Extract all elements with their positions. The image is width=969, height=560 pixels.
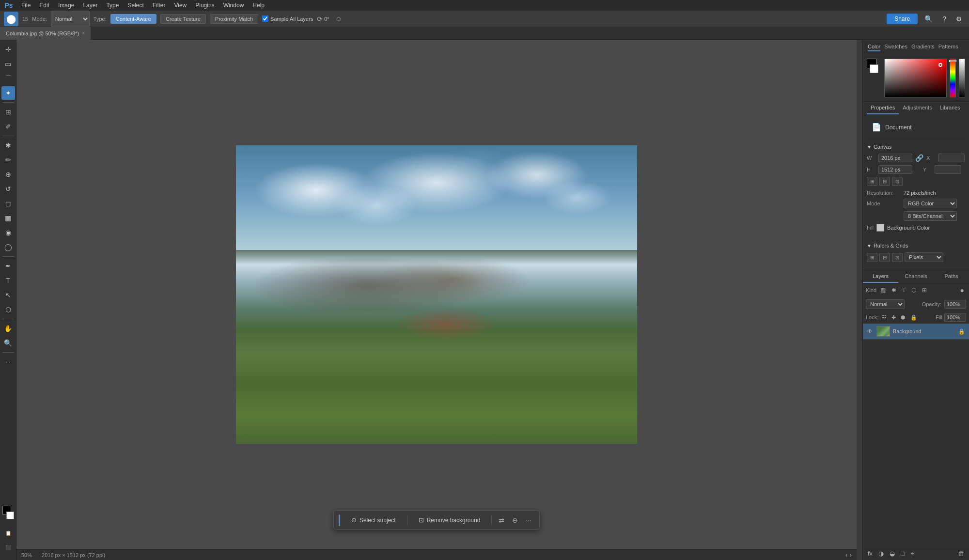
pen-tool[interactable]: ✒ — [1, 259, 15, 273]
properties-tab[interactable]: Properties — [867, 102, 899, 114]
type-create-texture-button[interactable]: Create Texture — [160, 14, 206, 24]
move-tool[interactable]: ✛ — [1, 43, 15, 56]
canvas-icon-2[interactable]: ⊟ — [879, 177, 890, 186]
canvas-icon-1[interactable]: ⊞ — [867, 177, 877, 186]
artboard-panel-icon[interactable]: ⬛ — [1, 541, 15, 554]
new-layer-button[interactable]: + — [908, 549, 916, 558]
canvas-container[interactable]: ⊙ Select subject ⊡ Remove background ⇄ ⊖… — [16, 40, 857, 549]
color-tab[interactable]: Color — [868, 43, 880, 51]
remove-background-button[interactable]: ⊡ Remove background — [411, 513, 488, 527]
y-input[interactable] — [935, 165, 961, 174]
ruler-icon-3[interactable]: ⊡ — [892, 253, 903, 262]
adjustments-tab[interactable]: Adjustments — [899, 102, 936, 114]
menu-edit[interactable]: Edit — [35, 1, 53, 10]
channels-tab[interactable]: Channels — [898, 270, 934, 283]
layers-tab[interactable]: Layers — [863, 270, 898, 283]
help-button[interactable]: ? — [939, 14, 949, 24]
layer-visibility-icon[interactable]: 👁 — [867, 328, 874, 335]
layer-filter-adjustment[interactable]: ✱ — [890, 286, 898, 295]
history-brush-tool[interactable]: ↺ — [1, 182, 15, 196]
dodge-tool[interactable]: ◯ — [1, 240, 15, 254]
background-color-swatch[interactable] — [6, 512, 14, 519]
libraries-tab[interactable]: Libraries — [936, 102, 964, 114]
add-mask-button[interactable]: ◑ — [876, 549, 886, 558]
magic-wand-tool[interactable]: ✦ — [1, 86, 15, 100]
type-proximity-match-button[interactable]: Proximity Match — [210, 14, 258, 24]
x-input[interactable] — [938, 154, 965, 162]
share-button[interactable]: Share — [887, 14, 918, 24]
menu-image[interactable]: Image — [54, 1, 78, 10]
type-tool[interactable]: T — [1, 274, 15, 287]
zoom-tool[interactable]: 🔍 — [1, 336, 15, 350]
toolbar-extra-button-1[interactable]: ⇄ — [496, 514, 507, 526]
history-panel-icon[interactable]: 📋 — [1, 526, 15, 540]
vertical-scrollbar[interactable] — [857, 40, 862, 560]
opacity-input[interactable] — [944, 300, 966, 309]
rulers-section-header[interactable]: ▼ Rulers & Grids — [867, 243, 965, 249]
layer-filter-pixel[interactable]: ▨ — [878, 286, 888, 295]
canvas-section-header[interactable]: ▼ Canvas — [867, 144, 965, 150]
patterns-tab[interactable]: Patterns — [938, 43, 958, 51]
gradient-tool[interactable]: ▦ — [1, 211, 15, 225]
delete-layer-button[interactable]: 🗑 — [956, 549, 966, 558]
new-group-button[interactable]: □ — [899, 549, 906, 558]
width-input[interactable] — [878, 154, 912, 162]
swatches-tab[interactable]: Swatches — [884, 43, 907, 51]
lock-pixels-button[interactable]: ☷ — [880, 314, 888, 321]
menu-filter[interactable]: Filter — [149, 1, 170, 10]
crop-tool[interactable]: ⊞ — [1, 105, 15, 119]
lock-artboard-button[interactable]: ⬢ — [899, 314, 907, 321]
toolbar-more-button[interactable]: ··· — [523, 514, 534, 526]
new-adjustment-button[interactable]: ◒ — [888, 549, 897, 558]
brush-tool[interactable]: ✏ — [1, 153, 15, 167]
mode-select-prop[interactable]: RGB Color — [904, 199, 957, 208]
hand-tool[interactable]: ✋ — [1, 322, 15, 335]
layer-filter-type[interactable]: T — [900, 286, 907, 295]
eraser-tool[interactable]: ◻ — [1, 197, 15, 210]
ruler-icon-2[interactable]: ⊟ — [879, 253, 890, 262]
eyedropper-tool[interactable]: ✐ — [1, 120, 15, 133]
lasso-tool[interactable]: ⌒ — [1, 72, 15, 85]
sample-all-layers-checkbox[interactable] — [262, 16, 268, 22]
ruler-unit-select[interactable]: Pixels — [905, 252, 943, 262]
layer-filter-toggle[interactable]: ● — [958, 285, 966, 295]
type-content-aware-button[interactable]: Content-Aware — [110, 14, 156, 24]
menu-layer[interactable]: Layer — [79, 1, 101, 10]
search-button[interactable]: 🔍 — [922, 14, 936, 24]
menu-type[interactable]: Type — [102, 1, 123, 10]
layer-row[interactable]: 👁 Background 🔒 — [863, 324, 969, 340]
select-subject-button[interactable]: ⊙ Select subject — [344, 513, 403, 527]
settings-button[interactable]: ⚙ — [953, 14, 965, 24]
toolbar-extra-button-2[interactable]: ⊖ — [509, 514, 521, 526]
next-page-button[interactable]: › — [850, 551, 852, 559]
tab-close-button[interactable]: × — [82, 31, 85, 36]
more-tools-button[interactable]: ··· — [1, 355, 15, 369]
menu-help[interactable]: Help — [249, 1, 268, 10]
clone-stamp-tool[interactable]: ⊕ — [1, 168, 15, 181]
fill-color-swatch[interactable] — [876, 224, 884, 232]
brightness-slider[interactable] — [959, 59, 965, 97]
hue-slider[interactable] — [950, 59, 956, 97]
bg-swatch[interactable] — [870, 64, 878, 73]
ruler-icon-1[interactable]: ⊞ — [867, 253, 877, 262]
menu-file[interactable]: File — [17, 1, 34, 10]
healing-tool[interactable]: ✱ — [1, 139, 15, 152]
menu-plugins[interactable]: Plugins — [191, 1, 218, 10]
menu-select[interactable]: Select — [124, 1, 147, 10]
menu-view[interactable]: View — [170, 1, 190, 10]
fill-input[interactable] — [944, 313, 966, 322]
lock-all-button[interactable]: 🔒 — [909, 314, 919, 321]
blur-tool[interactable]: ◉ — [1, 226, 15, 239]
bits-select[interactable]: 8 Bits/Channel — [904, 211, 957, 221]
paths-tab[interactable]: Paths — [934, 270, 969, 283]
mode-select[interactable]: Normal — [51, 11, 90, 27]
add-fx-button[interactable]: fx — [866, 549, 875, 558]
document-tab[interactable]: Columbia.jpg @ 50% (RGB/8*) × — [0, 27, 91, 40]
path-select-tool[interactable]: ↖ — [1, 288, 15, 302]
color-gradient-picker[interactable] — [884, 59, 947, 97]
layer-filter-shape[interactable]: ⬡ — [909, 286, 918, 295]
gradients-tab[interactable]: Gradients — [911, 43, 935, 51]
shape-tool[interactable]: ⬡ — [1, 303, 15, 316]
layer-filter-smart[interactable]: ⊞ — [920, 286, 929, 295]
height-input[interactable] — [878, 165, 912, 174]
